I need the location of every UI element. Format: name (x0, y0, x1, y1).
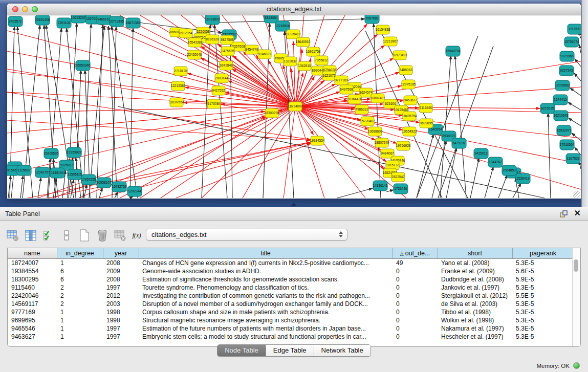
graph-node-yellow[interactable]: 8912954 (179, 29, 192, 38)
graph-node-yellow[interactable]: 12213967 (383, 37, 398, 46)
graph-node-yellow[interactable]: 2803144 (215, 74, 228, 83)
column-header-name[interactable]: name (8, 248, 57, 259)
graph-node-yellow[interactable]: 2475685 (221, 47, 234, 56)
graph-node-teal[interactable]: 10719185 (110, 16, 124, 27)
graph-node-teal[interactable]: 14136141 (373, 181, 388, 191)
graph-node-yellow[interactable]: 9242848 (220, 61, 233, 70)
graph-node-teal[interactable]: 15932971 (557, 125, 572, 136)
graph-node-teal[interactable]: 26053346 (76, 60, 91, 71)
graph-node-yellow[interactable]: 18640910 (296, 37, 311, 47)
column-header-title[interactable]: title (139, 248, 393, 259)
delete-table-icon[interactable] (113, 228, 128, 243)
graph-node-teal[interactable]: 17957255 (81, 174, 96, 185)
table-row[interactable]: 1456911722003Disruption of a novel membe… (8, 300, 574, 308)
graph-node-teal[interactable]: 1115689 (17, 165, 31, 176)
graph-node-teal[interactable]: 1145194 (50, 168, 64, 178)
graph-node-yellow[interactable]: 16961758 (306, 47, 321, 56)
graph-node-teal[interactable]: 16210643 (554, 111, 569, 121)
resize-grip-icon[interactable] (573, 191, 580, 198)
graph-node-yellow[interactable]: 2522547 (391, 172, 405, 182)
table-scrollbar[interactable] (572, 248, 580, 346)
graph-node-yellow[interactable]: 19654923 (402, 127, 417, 136)
table-row[interactable]: 2242004622012Investigating the contribut… (8, 292, 574, 300)
splitter-handle-icon[interactable] (291, 203, 296, 206)
graph-node-yellow[interactable]: 19384554 (310, 136, 325, 145)
graph-node-yellow[interactable]: 18807249 (375, 138, 389, 147)
tab-node-table[interactable]: Node Table (217, 345, 266, 356)
column-header-pagerank[interactable]: pagerank (512, 248, 574, 259)
delete-column-icon[interactable] (95, 228, 110, 243)
graph-node-yellow[interactable]: 1621072 (322, 71, 336, 80)
graph-node-yellow[interactable]: 10688609 (368, 127, 383, 136)
graph-node-yellow[interactable]: 2718126 (174, 67, 187, 76)
graph-node-yellow[interactable]: 9170084 (207, 99, 221, 108)
graph-node-teal[interactable]: 8215935 (540, 103, 555, 114)
graph-node-teal[interactable]: 2391104 (57, 18, 71, 28)
graph-node-teal[interactable]: 1044162 (488, 157, 503, 167)
column-selector-icon[interactable] (23, 228, 38, 243)
graph-node-teal[interactable]: 15948794 (446, 46, 461, 56)
graph-node-teal[interactable]: 9227343 (559, 65, 574, 76)
graph-node-yellow[interactable]: 6497568 (340, 85, 353, 94)
graph-node-yellow[interactable]: 1322037 (284, 57, 297, 66)
graph-node-teal[interactable]: 2405572 (8, 16, 23, 27)
graph-node-yellow[interactable]: 16154838 (376, 25, 390, 34)
graph-node-yellow[interactable]: 1362615 (298, 61, 311, 71)
graph-node-teal[interactable]: 10958107 (97, 178, 112, 188)
graph-node-teal[interactable]: 16782753 (112, 182, 127, 192)
graph-node-teal[interactable]: 1167533 (566, 154, 580, 164)
column-header-year[interactable]: year (103, 248, 139, 259)
graph-node-yellow[interactable]: 7955812 (315, 56, 328, 65)
graph-node-teal[interactable]: 6479197 (452, 138, 466, 148)
graph-node-yellow[interactable]: 18300295 (265, 108, 279, 118)
graph-node-yellow[interactable]: 9463627 (404, 96, 417, 105)
graph-node-yellow[interactable]: 15720407 (360, 117, 375, 126)
graph-node-yellow[interactable]: 7986322 (355, 105, 368, 114)
column-header-out-de[interactable]: △out_de... (393, 248, 438, 259)
graph-node-teal[interactable]: 17359928 (67, 147, 82, 158)
table-row[interactable]: 969969511998Structural magnetic resonanc… (8, 316, 574, 324)
table-row[interactable]: 946554611997Estimation of the future num… (8, 324, 574, 333)
column-header-in-degree[interactable]: in_degree (57, 248, 103, 259)
graph-node-yellow[interactable]: 22420046 (187, 50, 202, 59)
graph-node-teal[interactable]: 20691406 (35, 15, 50, 25)
graph-node-teal[interactable]: 16033809 (205, 15, 220, 25)
table-options-icon[interactable] (5, 228, 20, 243)
memory-ok-indicator-icon[interactable] (573, 362, 580, 369)
function-builder-icon[interactable]: f(x) (130, 228, 146, 243)
graph-node-yellow[interactable]: 12213389 (171, 81, 186, 91)
select-all-icon[interactable] (41, 228, 56, 243)
graph-node-yellow[interactable]: 18107554 (169, 98, 184, 107)
tab-network-table[interactable]: Network Table (314, 345, 371, 356)
graph-node-yellow[interactable]: 10973493 (393, 51, 407, 60)
table-row[interactable]: 1872400712008Changes of HCN gene express… (8, 259, 574, 268)
network-canvas[interactable]: 2405572206914062391104106532571527602946… (7, 15, 581, 199)
float-panel-icon[interactable] (559, 210, 568, 218)
graph-node-teal[interactable]: 2087682 (365, 15, 379, 24)
table-row[interactable]: 1830029562008Estimation of significance … (8, 275, 574, 283)
tab-edge-table[interactable]: Edge Table (266, 345, 314, 356)
column-header-short[interactable]: short (438, 248, 512, 259)
graph-node-yellow[interactable]: 9777169 (335, 76, 348, 85)
graph-node-yellow[interactable]: 16543382 (188, 38, 203, 47)
graph-node-teal[interactable]: 1292344 (127, 186, 142, 196)
graph-node-teal[interactable]: 12505115 (68, 169, 82, 180)
graph-node-yellow[interactable]: 7485063 (399, 65, 412, 75)
row-height-icon[interactable] (59, 228, 74, 243)
table-selector-dropdown[interactable]: citations_edges.txt (146, 229, 347, 240)
graph-node-yellow[interactable]: 12975185 (401, 80, 416, 89)
graph-node-yellow[interactable]: 20364436 (347, 95, 362, 104)
graph-node-yellow[interactable]: 10807487 (371, 94, 385, 103)
table-row[interactable]: 946362711997Embryonic stem cells: a mode… (8, 333, 574, 341)
table-row[interactable]: 911546021997Tourette syndrome. Phenomeno… (8, 283, 574, 292)
graph-node-teal[interactable]: 9129966 (560, 51, 574, 61)
graph-node-teal[interactable]: 20206505 (44, 148, 59, 159)
graph-node-teal[interactable]: 17016504 (560, 140, 575, 150)
graph-node-teal[interactable]: 1117537 (568, 24, 581, 34)
graph-node-yellow[interactable]: 9115460 (419, 103, 432, 113)
graph-node-yellow[interactable]: 9427552 (212, 86, 225, 95)
graph-node-yellow[interactable]: 8186328 (206, 35, 219, 44)
graph-node-teal[interactable]: 12093582 (555, 80, 570, 91)
graph-node-teal[interactable]: 16671385 (126, 18, 141, 28)
graph-node-yellow[interactable]: 9699695 (420, 119, 433, 128)
